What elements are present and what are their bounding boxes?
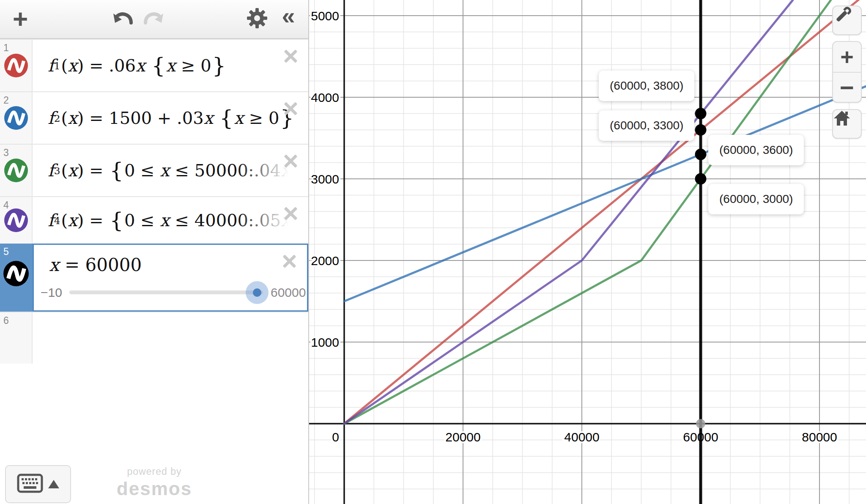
zoom-in-button[interactable]: + [833,42,861,72]
row-gutter[interactable]: 1 [0,40,33,91]
svg-text:0: 0 [332,430,339,444]
graph-paper[interactable]: 1000200030004000500002000040000600008000… [309,0,866,504]
row-gutter[interactable]: 3 [0,145,33,196]
add-expression-button[interactable]: + [7,5,34,32]
expression-math[interactable]: x = 60000 [49,249,142,280]
expression-color-icon[interactable] [4,106,28,130]
watermark-powered-by: powered by [97,466,211,477]
add-expression-icon: + [13,4,28,34]
math-token: ( [61,211,68,230]
expression-row-1[interactable]: 1 f1(x) = .06x {x ≥ 0} [0,39,308,91]
math-token: { [219,105,233,131]
close-expression-icon[interactable] [282,48,298,64]
math-token: 0 ≤ [124,211,160,230]
zoom-in-icon: + [840,44,854,70]
math-token: ) = .06 [77,56,136,75]
desmos-watermark: powered by desmos [97,466,211,499]
expression-content[interactable]: x = 60000 −10 60000 [33,244,308,312]
row-gutter[interactable]: 2 [0,92,33,144]
watermark-desmos-logo: desmos [97,478,211,499]
svg-text:2000: 2000 [311,254,339,268]
math-token: x [136,56,145,75]
math-token: x [68,108,77,128]
math-token: 2 [54,112,60,124]
up-triangle-icon [48,480,59,488]
zoom-out-button[interactable]: − [833,72,861,102]
default-viewport-home-button[interactable] [832,109,862,139]
math-token: ( [61,56,68,75]
expression-sidebar: + [0,0,309,504]
row-gutter[interactable]: 6 [0,312,33,364]
slider-track[interactable] [69,290,263,294]
expression-row-6-empty[interactable]: 6 [0,312,308,364]
svg-text:4000: 4000 [311,90,339,104]
expression-content[interactable]: f1(x) = .06x {x ≥ 0} [33,40,308,91]
graph-settings-wrench-button[interactable] [832,5,862,35]
expression-content[interactable]: f4(x) = {0 ≤ x ≤ 40000:.05x,.09 [33,197,308,244]
svg-text:1000: 1000 [311,335,339,349]
svg-text:20000: 20000 [445,430,480,444]
expression-row-5-selected[interactable]: 5 x = 60000 −10 60000 [0,244,308,312]
row-number: 5 [3,246,9,257]
redo-button[interactable] [142,8,166,30]
math-token: ( [61,161,68,180]
plot-canvas[interactable]: 1000200030004000500002000040000600008000… [309,0,866,504]
undo-button[interactable] [111,8,134,30]
math-token: { [151,53,165,78]
math-token: x [234,108,244,128]
expression-math[interactable]: f1(x) = .06x {x ≥ 0} [48,40,227,91]
point-label-60000-3600: (60000, 3600) [708,135,804,165]
math-token: f [48,56,54,75]
desmos-app: + [0,0,866,504]
graph-settings-button[interactable] [245,7,269,31]
expression-content[interactable]: f3(x) = {0 ≤ x ≤ 50000:.04x,0.1 [33,145,308,196]
expression-content[interactable] [33,312,308,364]
math-token: f [48,108,54,128]
sidebar-toolbar: + [0,0,308,39]
math-token: x [68,211,77,230]
expression-row-2[interactable]: 2 f2(x) = 1500 + .03x {x ≥ 0} [0,91,308,144]
close-expression-icon[interactable] [281,253,297,269]
expression-content[interactable]: f2(x) = 1500 + .03x {x ≥ 0} [33,92,308,144]
math-token [213,108,219,128]
math-token: x [160,161,170,180]
math-token: x [49,255,59,275]
slider-handle[interactable] [253,288,261,297]
zoom-button-group: + − [832,41,862,103]
point-label-60000-3300: (60000, 3300) [599,110,694,141]
expression-color-icon[interactable] [4,208,28,233]
slider-min-label[interactable]: −10 [41,285,62,300]
math-token: ≥ 0 [175,56,211,75]
close-expression-icon[interactable] [282,101,298,117]
svg-text:80000: 80000 [802,430,837,444]
math-token: 4 [54,215,60,226]
expression-color-icon[interactable] [4,158,28,183]
settings-gear-icon [246,7,268,31]
math-token: x [166,56,176,75]
expression-color-icon[interactable] [3,260,29,287]
close-expression-icon[interactable] [282,153,298,169]
expression-color-icon[interactable] [4,53,28,78]
math-token: f [48,161,54,180]
math-token: 3 [54,165,60,176]
text-fade-overlay [236,145,308,196]
math-token: { [110,208,123,233]
slider-value-label[interactable]: 60000 [271,285,306,300]
keyboard-icon [17,474,43,495]
math-token: ) = 1500 + .03 [77,108,204,128]
math-token: ) = [77,211,109,230]
expression-row-4[interactable]: 4 f4(x) = {0 ≤ x ≤ 40000:.05x,.09 [0,196,308,244]
collapse-sidebar-button[interactable]: « [277,1,300,30]
expression-math[interactable]: f2(x) = 1500 + .03x {x ≥ 0} [48,92,295,144]
math-token: 1 [54,60,60,71]
svg-text:3000: 3000 [311,172,339,186]
math-token: } [212,53,226,78]
redo-icon [143,8,165,30]
expression-row-3[interactable]: 3 f3(x) = {0 ≤ x ≤ 50000:.04x,0.1 [0,144,308,196]
row-gutter[interactable]: 4 [0,197,33,244]
math-token: { [110,158,123,183]
math-token: f [48,211,54,230]
show-keyboard-button[interactable] [5,465,71,503]
close-expression-icon[interactable] [282,205,298,222]
row-gutter[interactable]: 5 [0,244,33,312]
